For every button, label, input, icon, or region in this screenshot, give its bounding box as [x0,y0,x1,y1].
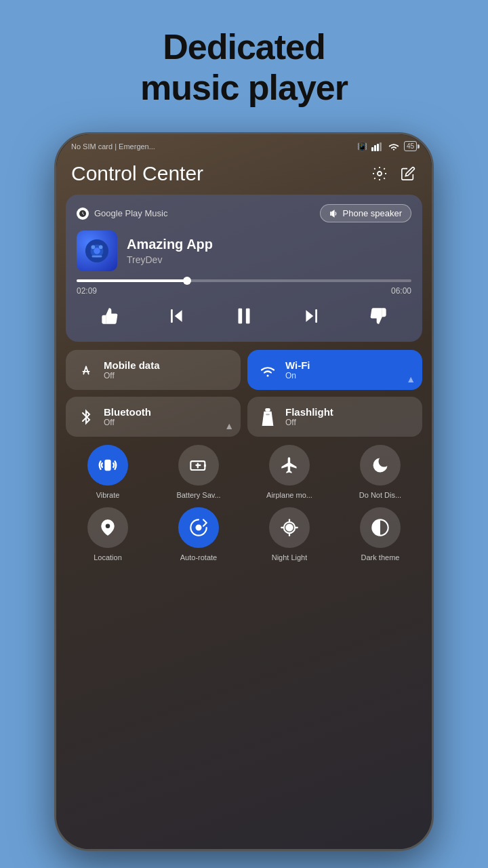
speaker-label: Phone speaker [343,208,402,218]
phone-screen: No SIM card | Emergen... 📳 [56,134,432,849]
svg-point-10 [91,245,95,249]
quick-toggles-row1: Vibrate Battery Sav... [66,445,422,499]
settings-icon[interactable] [371,165,388,182]
music-source-label: Google Play Music [94,208,167,218]
header-line1: Dedicated [0,27,488,68]
svg-rect-2 [377,144,379,151]
bluetooth-status: Off [104,418,151,427]
bluetooth-name: Bluetooth [104,406,151,418]
signal-icon [371,142,384,151]
current-time: 02:09 [77,286,97,296]
wifi-expand-arrow: ▲ [406,374,415,384]
svg-rect-0 [371,147,373,151]
status-carrier: No SIM card | Emergen... [71,142,155,151]
wifi-tile[interactable]: Wi-Fi On ▲ [247,350,422,390]
svg-rect-12 [92,256,102,258]
battery-saver-circle [178,445,219,486]
speaker-button[interactable]: Phone speaker [320,204,411,222]
location-label: Location [94,553,122,561]
quick-toggles-row2: Location Auto-rotate [66,507,422,561]
wifi-tile-name: Wi-Fi [285,359,310,371]
auto-rotate-toggle[interactable]: Auto-rotate [157,507,241,561]
total-time: 06:00 [391,286,411,296]
music-player-card: Google Play Music Phone speaker [66,195,422,342]
svg-point-11 [99,245,103,249]
progress-bar[interactable] [77,279,411,282]
night-light-label: Night Light [272,553,308,561]
cc-header-icons[interactable] [371,165,417,182]
edit-icon[interactable] [399,165,417,182]
mobile-data-tile[interactable]: Mobile data Off [66,350,241,390]
wifi-status-icon [388,142,400,151]
location-circle [87,507,128,548]
thumbs-down-button[interactable] [363,301,393,331]
song-artist: TreyDev [127,254,411,265]
battery-icon: 45 [404,141,417,151]
dark-theme-circle [360,507,401,548]
music-card-header: Google Play Music Phone speaker [77,204,411,222]
svg-point-9 [94,248,100,254]
vibrate-label: Vibrate [96,491,120,499]
dnd-toggle[interactable]: Do Not Dis... [338,445,422,499]
svg-rect-19 [265,408,270,412]
svg-rect-6 [330,212,331,216]
svg-point-23 [106,524,110,529]
phone-shell: No SIM card | Emergen... 📳 [54,132,434,851]
playback-controls[interactable] [77,301,411,331]
auto-rotate-circle [178,507,219,548]
mobile-data-status: Off [104,371,160,380]
svg-marker-13 [175,310,182,321]
previous-button[interactable] [162,301,192,331]
dnd-label: Do Not Dis... [359,491,401,499]
toggle-tiles-grid: Mobile data Off Wi-Fi On ▲ [66,350,422,437]
next-button[interactable] [296,301,326,331]
progress-container[interactable]: 02:09 06:00 [77,279,411,296]
auto-rotate-label: Auto-rotate [180,553,217,561]
location-toggle[interactable]: Location [66,507,150,561]
night-light-toggle[interactable]: Night Light [247,507,331,561]
svg-point-4 [378,172,382,176]
battery-saver-toggle[interactable]: Battery Sav... [157,445,241,499]
svg-point-25 [285,524,293,532]
control-center-header: Control Center [56,155,432,195]
progress-fill [77,279,187,282]
vibrate-toggle[interactable]: Vibrate [66,445,150,499]
mobile-data-icon [77,363,96,378]
flashlight-name: Flashlight [285,406,333,418]
airplane-toggle[interactable]: Airplane mo... [247,445,331,499]
svg-rect-20 [266,414,270,415]
bluetooth-tile[interactable]: Bluetooth Off ▲ [66,397,241,437]
progress-thumb [183,277,191,285]
status-bar: No SIM card | Emergen... 📳 [56,134,432,155]
dark-theme-toggle[interactable]: Dark theme [338,507,422,561]
vibrate-icon: 📳 [357,142,367,151]
song-info: Amazing App TreyDev [127,237,411,265]
album-art [77,231,117,271]
bluetooth-icon [77,409,96,425]
battery-saver-label: Battery Sav... [176,491,220,499]
song-title: Amazing App [127,237,411,252]
mobile-data-name: Mobile data [104,359,160,371]
music-source: Google Play Music [77,208,167,220]
wifi-tile-icon [258,363,277,377]
svg-rect-3 [380,142,382,151]
night-light-circle [269,507,310,548]
control-center-title: Control Center [71,162,203,185]
svg-rect-15 [238,309,242,324]
pause-button[interactable] [229,301,259,331]
music-info: Amazing App TreyDev [77,231,411,271]
svg-rect-1 [374,145,376,151]
bluetooth-expand-arrow: ▲ [224,420,234,431]
svg-marker-17 [306,310,313,321]
dark-theme-label: Dark theme [361,553,400,561]
vibrate-circle [87,445,128,486]
wifi-tile-status: On [285,371,310,380]
svg-rect-16 [246,309,250,324]
time-row: 02:09 06:00 [77,286,411,296]
music-app-icon [77,208,89,220]
page-header: Dedicated music player [0,0,488,108]
thumbs-up-button[interactable] [95,301,125,331]
status-right-icons: 📳 45 [357,141,417,151]
flashlight-tile[interactable]: Flashlight Off [247,397,422,437]
svg-point-24 [197,526,201,530]
